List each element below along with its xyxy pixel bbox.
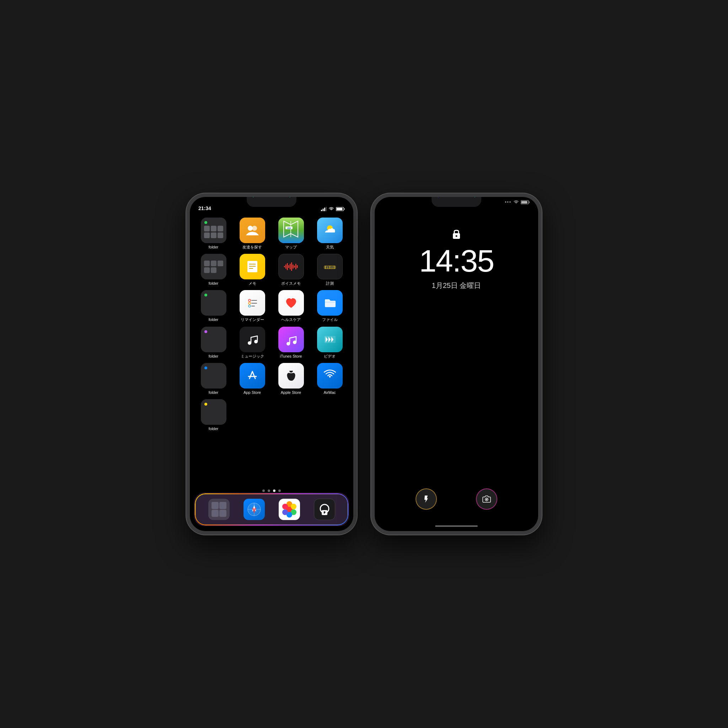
app-label-folder4: folder xyxy=(209,354,219,359)
app-notes[interactable]: メモ xyxy=(234,254,270,286)
app-label-music: ミュージック xyxy=(241,354,264,359)
notes-svg xyxy=(245,259,260,274)
applestore-svg xyxy=(283,368,299,384)
app-reminders[interactable]: リマインダー xyxy=(234,290,270,322)
airmac-svg xyxy=(322,368,338,384)
camera-button[interactable] xyxy=(476,488,497,510)
svg-text:280: 280 xyxy=(287,227,291,229)
app-folder2[interactable]: folder xyxy=(196,254,231,286)
svg-rect-65 xyxy=(522,201,528,204)
svg-point-67 xyxy=(456,236,457,237)
svg-point-39 xyxy=(248,341,251,345)
lock-icon-container xyxy=(451,228,461,240)
app-label-folder2: folder xyxy=(209,281,219,286)
app-weather[interactable]: 天気 xyxy=(312,217,348,249)
app-applestore[interactable]: Apple Store xyxy=(273,363,309,395)
svg-rect-59 xyxy=(323,511,326,515)
dock-1password[interactable]: 1 xyxy=(314,499,335,520)
svg-rect-26 xyxy=(297,265,298,268)
1password-dock-icon: 1 xyxy=(314,499,335,520)
lock-screen-content: ••• xyxy=(375,197,538,531)
folder-icon-6 xyxy=(201,399,226,425)
right-bezel-arc-left xyxy=(382,194,439,201)
page-dot-2 xyxy=(268,489,270,492)
svg-point-56 xyxy=(282,509,288,515)
svg-rect-3 xyxy=(326,207,327,211)
photos-svg xyxy=(279,499,300,520)
maps-icon: 280 xyxy=(278,217,304,243)
voice-memo-svg xyxy=(283,259,299,274)
app-video[interactable]: ビデオ xyxy=(312,327,348,359)
dock-safari[interactable] xyxy=(243,499,265,520)
voice-memo-icon xyxy=(278,254,304,279)
bezel-arc-right xyxy=(289,194,346,201)
app-itunes[interactable]: iTunes Store xyxy=(273,327,309,359)
app-label-measure: 計測 xyxy=(326,281,334,286)
app-folder4[interactable]: folder xyxy=(196,327,231,359)
svg-point-40 xyxy=(254,340,258,343)
app-airmac[interactable]: AirMac xyxy=(312,363,348,395)
measure-svg xyxy=(322,259,338,274)
notes-icon xyxy=(240,254,265,279)
svg-point-8 xyxy=(252,226,257,231)
folder-icon-3 xyxy=(201,290,226,316)
app-measure[interactable]: 計測 xyxy=(312,254,348,286)
app-label-find-friends: 友達を探す xyxy=(242,245,262,249)
app-maps[interactable]: 280 マップ xyxy=(273,217,309,249)
applestore-icon xyxy=(278,363,304,388)
svg-point-7 xyxy=(248,226,253,231)
app-label-folder6: folder xyxy=(209,427,219,431)
app-label-appstore: App Store xyxy=(243,390,261,395)
svg-rect-23 xyxy=(292,265,294,269)
folder-icon-5 xyxy=(201,363,226,388)
battery-icon xyxy=(336,207,345,211)
app-label-notes: メモ xyxy=(248,281,256,286)
svg-rect-5 xyxy=(344,208,345,210)
health-svg xyxy=(283,295,299,310)
page-dot-4 xyxy=(278,489,281,492)
app-voice-memo[interactable]: ボイスメモ xyxy=(273,254,309,286)
folder-icon-1 xyxy=(201,217,226,243)
svg-point-57 xyxy=(282,504,288,509)
app-folder5[interactable]: folder xyxy=(196,363,231,395)
app-appstore[interactable]: App Store xyxy=(234,363,270,395)
app-label-reminders: リマインダー xyxy=(241,317,264,322)
home-screen-content: 21:34 xyxy=(190,197,353,531)
svg-rect-22 xyxy=(291,262,292,271)
safari-dock-icon xyxy=(243,499,265,520)
camera-icon xyxy=(482,495,491,503)
svg-point-41 xyxy=(286,342,290,346)
flashlight-button[interactable] xyxy=(416,488,437,510)
svg-marker-50 xyxy=(252,507,256,514)
app-health[interactable]: ヘルスケア xyxy=(273,290,309,322)
page-dot-3 xyxy=(273,489,275,492)
weather-svg xyxy=(322,223,338,238)
svg-rect-20 xyxy=(288,265,289,268)
app-music[interactable]: ミュージック xyxy=(234,327,270,359)
dock-folder[interactable] xyxy=(208,499,229,520)
svg-point-46 xyxy=(248,503,260,516)
app-label-folder1: folder xyxy=(209,245,219,249)
bezel-arc-left xyxy=(197,194,254,201)
music-svg xyxy=(245,332,260,347)
svg-rect-19 xyxy=(287,263,288,270)
dock-photos[interactable] xyxy=(279,499,300,520)
app-folder1[interactable]: folder xyxy=(196,217,231,249)
svg-point-33 xyxy=(248,299,251,301)
app-files[interactable]: ファイル xyxy=(312,290,348,322)
notch xyxy=(248,197,295,207)
status-time: 21:34 xyxy=(198,205,211,211)
svg-rect-9 xyxy=(278,217,304,243)
weather-icon xyxy=(317,217,343,243)
app-folder6[interactable]: folder xyxy=(196,399,231,431)
page-dots xyxy=(190,489,353,492)
airmac-icon xyxy=(317,363,343,388)
right-notch xyxy=(433,197,480,207)
lock-date: 1月25日 金曜日 xyxy=(432,281,481,291)
app-find-friends[interactable]: 友達を探す xyxy=(234,217,270,249)
app-label-video: ビデオ xyxy=(324,354,336,359)
svg-rect-1 xyxy=(323,209,324,211)
app-folder3[interactable]: folder xyxy=(196,290,231,322)
files-svg xyxy=(322,295,338,310)
svg-text:1: 1 xyxy=(323,511,325,514)
